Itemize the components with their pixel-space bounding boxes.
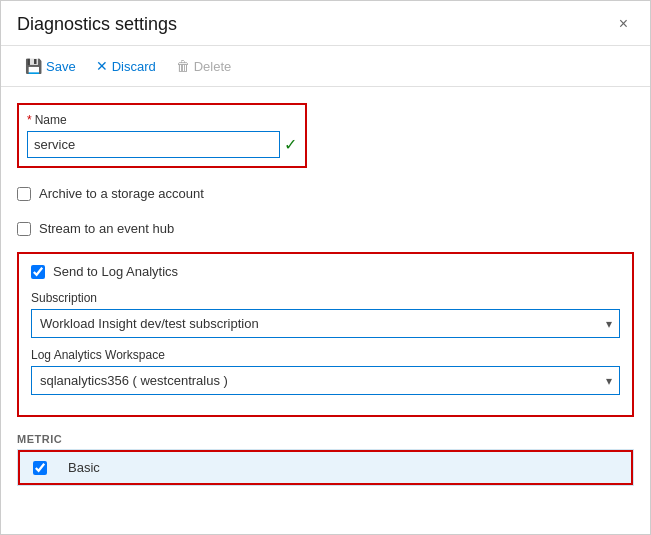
metric-basic-checkbox[interactable] xyxy=(33,461,47,475)
subscription-label: Subscription xyxy=(31,291,620,305)
metric-table: Basic xyxy=(17,449,634,486)
close-button[interactable]: × xyxy=(613,13,634,35)
dialog-header: Diagnostics settings × xyxy=(1,1,650,46)
workspace-select[interactable]: sqlanalytics356 ( westcentralus ) xyxy=(31,366,620,395)
log-analytics-label[interactable]: Send to Log Analytics xyxy=(53,264,178,279)
content-area: * Name ✓ Archive to a storage account St… xyxy=(1,87,650,534)
discard-button[interactable]: ✕ Discard xyxy=(88,54,164,78)
event-hub-checkbox[interactable] xyxy=(17,222,31,236)
name-label: Name xyxy=(35,113,67,127)
name-field-label: * Name xyxy=(27,113,297,127)
event-hub-checkbox-row: Stream to an event hub xyxy=(17,217,634,240)
diagnostics-dialog: Diagnostics settings × 💾 Save ✕ Discard … xyxy=(0,0,651,535)
delete-label: Delete xyxy=(194,59,232,74)
log-analytics-section: Send to Log Analytics Subscription Workl… xyxy=(17,252,634,417)
metric-section-label: METRIC xyxy=(17,433,634,445)
workspace-label: Log Analytics Workspace xyxy=(31,348,620,362)
metric-basic-row: Basic xyxy=(18,450,633,485)
subscription-dropdown-wrapper: Workload Insight dev/test subscription ▾ xyxy=(31,309,620,338)
workspace-dropdown-wrapper: sqlanalytics356 ( westcentralus ) ▾ xyxy=(31,366,620,395)
metric-section: METRIC Basic xyxy=(17,433,634,486)
validation-check-icon: ✓ xyxy=(284,135,297,154)
metric-basic-retention xyxy=(511,460,631,476)
event-hub-label[interactable]: Stream to an event hub xyxy=(39,221,174,236)
subscription-field: Subscription Workload Insight dev/test s… xyxy=(31,291,620,338)
save-icon: 💾 xyxy=(25,58,42,74)
toolbar: 💾 Save ✕ Discard 🗑 Delete xyxy=(1,46,650,87)
save-button[interactable]: 💾 Save xyxy=(17,54,84,78)
save-label: Save xyxy=(46,59,76,74)
metric-basic-name: Basic xyxy=(60,452,511,483)
name-input-wrapper: ✓ xyxy=(27,131,297,158)
archive-label[interactable]: Archive to a storage account xyxy=(39,186,204,201)
log-analytics-checkbox[interactable] xyxy=(31,265,45,279)
name-input[interactable] xyxy=(27,131,280,158)
delete-icon: 🗑 xyxy=(176,58,190,74)
name-section: * Name ✓ xyxy=(17,103,307,168)
metric-basic-check-cell xyxy=(20,453,60,483)
discard-label: Discard xyxy=(112,59,156,74)
delete-button[interactable]: 🗑 Delete xyxy=(168,54,240,78)
subscription-select[interactable]: Workload Insight dev/test subscription xyxy=(31,309,620,338)
log-analytics-header: Send to Log Analytics xyxy=(31,264,620,279)
metric-basic-label[interactable]: Basic xyxy=(68,460,100,475)
required-marker: * xyxy=(27,113,32,127)
discard-icon: ✕ xyxy=(96,58,108,74)
archive-checkbox[interactable] xyxy=(17,187,31,201)
dialog-title: Diagnostics settings xyxy=(17,14,177,35)
workspace-field: Log Analytics Workspace sqlanalytics356 … xyxy=(31,348,620,395)
archive-checkbox-row: Archive to a storage account xyxy=(17,182,634,205)
